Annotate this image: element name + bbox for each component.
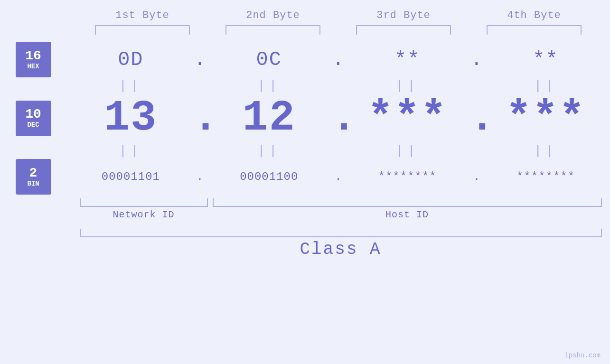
bin-b4: ******** — [498, 170, 593, 183]
hex-b3: ** — [360, 48, 455, 71]
hex-badge: 16 HEX — [16, 42, 51, 77]
bin-number: 2 — [29, 167, 38, 180]
hex-dot-2: . — [331, 48, 345, 71]
dec-dot-3: . — [469, 97, 484, 140]
hex-name: HEX — [27, 63, 39, 70]
dec-dot-1: . — [193, 97, 207, 140]
dec-number: 10 — [25, 108, 41, 121]
bin-badge: 2 BIN — [16, 159, 51, 195]
watermark: ipshu.com — [564, 352, 601, 359]
bin-dot-2: . — [331, 170, 345, 183]
bin-name: BIN — [27, 180, 39, 187]
id-brackets — [80, 198, 602, 207]
dec-dot-2: . — [331, 97, 345, 140]
network-bracket — [80, 198, 208, 207]
bracket-2 — [225, 25, 320, 35]
byte-label-2: 2nd Byte — [225, 9, 320, 21]
bin-dot-1: . — [193, 170, 207, 183]
hex-dot-3: . — [469, 48, 484, 71]
dec-b4: *** — [498, 94, 593, 142]
eq2-b4: || — [498, 143, 593, 158]
dec-badge: 10 DEC — [16, 101, 51, 136]
bracket-4 — [487, 25, 582, 35]
dec-b2: 12 — [222, 94, 317, 142]
network-id-label: Network ID — [80, 209, 208, 220]
hex-row: 16 HEX 0D . 0C . ** . ** — [0, 42, 610, 77]
byte-label-4: 4th Byte — [487, 9, 582, 21]
dec-b3: *** — [360, 94, 455, 142]
main-container: 1st Byte 2nd Byte 3rd Byte 4th Byte 16 H… — [0, 0, 610, 364]
hex-number: 16 — [25, 49, 41, 63]
eq1-b1: || — [83, 78, 178, 93]
bracket-1 — [95, 25, 190, 35]
hex-b2: 0C — [222, 48, 317, 71]
bracket-3 — [356, 25, 451, 35]
dec-name: DEC — [27, 121, 39, 129]
bin-row: 2 BIN 00001101 . 00001100 . ******** . *… — [0, 159, 610, 195]
bin-dot-3: . — [469, 170, 484, 183]
class-bracket-container — [80, 229, 602, 237]
host-id-label: Host ID — [213, 209, 602, 220]
eq1-b4: || — [498, 78, 593, 93]
byte-label-1: 1st Byte — [95, 9, 190, 21]
class-bracket — [80, 229, 602, 237]
dec-b1: 13 — [83, 94, 178, 142]
hex-dot-1: . — [193, 48, 207, 71]
bin-b1: 00001101 — [83, 170, 178, 183]
id-labels: Network ID Host ID — [80, 209, 602, 220]
hex-b4: ** — [498, 48, 593, 71]
bin-b3: ******** — [360, 170, 455, 183]
eq2-b1: || — [83, 143, 178, 158]
equals-row-1: || || || || — [0, 78, 610, 93]
eq1-b2: || — [222, 78, 317, 93]
dec-row: 10 DEC 13 . 12 . *** . *** — [0, 94, 610, 142]
bin-b2: 00001100 — [222, 170, 317, 183]
byte-label-3: 3rd Byte — [356, 9, 451, 21]
class-label: Class A — [300, 240, 381, 259]
eq2-b2: || — [222, 143, 317, 158]
eq1-b3: || — [360, 78, 455, 93]
equals-row-2: || || || || — [0, 143, 610, 158]
eq2-b3: || — [360, 143, 455, 158]
host-bracket — [213, 198, 602, 207]
hex-b1: 0D — [83, 48, 178, 71]
class-label-container: Class A — [80, 240, 602, 259]
